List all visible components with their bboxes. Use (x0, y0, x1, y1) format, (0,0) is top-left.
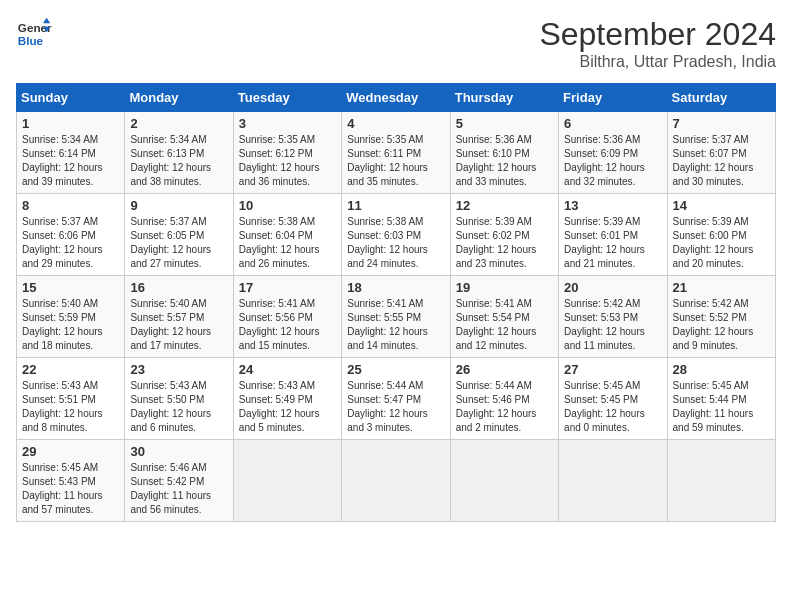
table-row: 2Sunrise: 5:34 AM Sunset: 6:13 PM Daylig… (125, 112, 233, 194)
table-row: 11Sunrise: 5:38 AM Sunset: 6:03 PM Dayli… (342, 194, 450, 276)
svg-text:Blue: Blue (18, 34, 44, 47)
table-row: 3Sunrise: 5:35 AM Sunset: 6:12 PM Daylig… (233, 112, 341, 194)
table-row: 19Sunrise: 5:41 AM Sunset: 5:54 PM Dayli… (450, 276, 558, 358)
table-row (233, 440, 341, 522)
table-row (667, 440, 775, 522)
table-row (450, 440, 558, 522)
table-row: 14Sunrise: 5:39 AM Sunset: 6:00 PM Dayli… (667, 194, 775, 276)
table-row: 5Sunrise: 5:36 AM Sunset: 6:10 PM Daylig… (450, 112, 558, 194)
table-row: 28Sunrise: 5:45 AM Sunset: 5:44 PM Dayli… (667, 358, 775, 440)
table-row (342, 440, 450, 522)
table-row: 9Sunrise: 5:37 AM Sunset: 6:05 PM Daylig… (125, 194, 233, 276)
table-row: 21Sunrise: 5:42 AM Sunset: 5:52 PM Dayli… (667, 276, 775, 358)
table-row: 13Sunrise: 5:39 AM Sunset: 6:01 PM Dayli… (559, 194, 667, 276)
table-row: 23Sunrise: 5:43 AM Sunset: 5:50 PM Dayli… (125, 358, 233, 440)
table-row: 18Sunrise: 5:41 AM Sunset: 5:55 PM Dayli… (342, 276, 450, 358)
table-row: 30Sunrise: 5:46 AM Sunset: 5:42 PM Dayli… (125, 440, 233, 522)
table-row: 16Sunrise: 5:40 AM Sunset: 5:57 PM Dayli… (125, 276, 233, 358)
table-row: 20Sunrise: 5:42 AM Sunset: 5:53 PM Dayli… (559, 276, 667, 358)
header-row: Sunday Monday Tuesday Wednesday Thursday… (17, 84, 776, 112)
col-tuesday: Tuesday (233, 84, 341, 112)
title-block: September 2024 Bilthra, Uttar Pradesh, I… (539, 16, 776, 71)
table-row: 4Sunrise: 5:35 AM Sunset: 6:11 PM Daylig… (342, 112, 450, 194)
table-row: 10Sunrise: 5:38 AM Sunset: 6:04 PM Dayli… (233, 194, 341, 276)
col-monday: Monday (125, 84, 233, 112)
table-row: 8Sunrise: 5:37 AM Sunset: 6:06 PM Daylig… (17, 194, 125, 276)
col-saturday: Saturday (667, 84, 775, 112)
calendar-table: Sunday Monday Tuesday Wednesday Thursday… (16, 83, 776, 522)
col-friday: Friday (559, 84, 667, 112)
table-row: 6Sunrise: 5:36 AM Sunset: 6:09 PM Daylig… (559, 112, 667, 194)
col-wednesday: Wednesday (342, 84, 450, 112)
table-row (559, 440, 667, 522)
table-row: 15Sunrise: 5:40 AM Sunset: 5:59 PM Dayli… (17, 276, 125, 358)
table-row: 29Sunrise: 5:45 AM Sunset: 5:43 PM Dayli… (17, 440, 125, 522)
table-row: 22Sunrise: 5:43 AM Sunset: 5:51 PM Dayli… (17, 358, 125, 440)
table-row: 7Sunrise: 5:37 AM Sunset: 6:07 PM Daylig… (667, 112, 775, 194)
logo: General Blue (16, 16, 52, 52)
location-subtitle: Bilthra, Uttar Pradesh, India (539, 53, 776, 71)
table-row: 27Sunrise: 5:45 AM Sunset: 5:45 PM Dayli… (559, 358, 667, 440)
table-row: 26Sunrise: 5:44 AM Sunset: 5:46 PM Dayli… (450, 358, 558, 440)
table-row: 25Sunrise: 5:44 AM Sunset: 5:47 PM Dayli… (342, 358, 450, 440)
table-row: 24Sunrise: 5:43 AM Sunset: 5:49 PM Dayli… (233, 358, 341, 440)
table-row: 12Sunrise: 5:39 AM Sunset: 6:02 PM Dayli… (450, 194, 558, 276)
col-thursday: Thursday (450, 84, 558, 112)
logo-icon: General Blue (16, 16, 52, 52)
table-row: 1Sunrise: 5:34 AM Sunset: 6:14 PM Daylig… (17, 112, 125, 194)
month-title: September 2024 (539, 16, 776, 53)
col-sunday: Sunday (17, 84, 125, 112)
page-header: General Blue September 2024 Bilthra, Utt… (16, 16, 776, 71)
table-row: 17Sunrise: 5:41 AM Sunset: 5:56 PM Dayli… (233, 276, 341, 358)
